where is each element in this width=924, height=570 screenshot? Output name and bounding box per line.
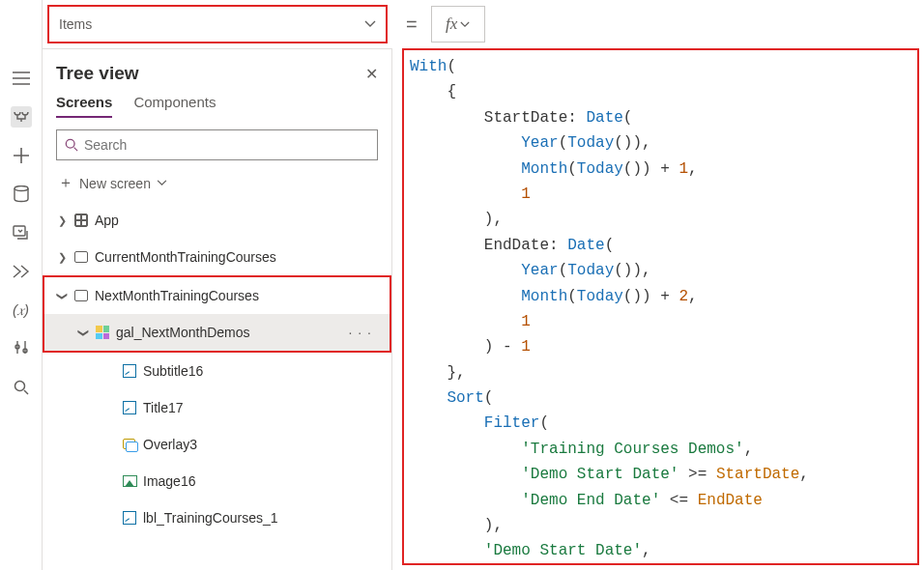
tree-view-icon[interactable]	[11, 106, 32, 128]
tree-node-label: Overlay3	[143, 437, 378, 452]
tree-column: Items Tree view ✕ Screens Components	[43, 0, 392, 570]
tree-node-label: Subtitle16	[143, 363, 378, 379]
formula-column: = fx With( { StartDate: Date( Year(Today…	[392, 0, 924, 570]
hamburger-icon[interactable]	[11, 68, 32, 89]
svg-point-2	[14, 382, 24, 391]
fx-button[interactable]: fx	[431, 6, 485, 43]
media-icon[interactable]	[11, 222, 32, 243]
property-dropdown[interactable]: Items	[47, 5, 388, 43]
highlight-box: ❯ NextMonthTrainingCourses ❯ gal_NextMon…	[43, 275, 391, 353]
tree-node-label: App	[95, 213, 378, 228]
image-icon	[122, 473, 137, 489]
tree-node-title17[interactable]: Title17	[43, 389, 391, 426]
search-rail-icon[interactable]	[11, 377, 32, 398]
tree-list: ❯ App ❯ CurrentMonthTrainingCourses ❯ Ne…	[43, 202, 391, 536]
equals-label: =	[392, 14, 431, 36]
plus-icon: ＋	[58, 173, 73, 193]
tree-node-label: CurrentMonthTrainingCourses	[95, 249, 378, 265]
formula-editor[interactable]: With( { StartDate: Date( Year(Today()), …	[402, 48, 919, 565]
app-icon	[73, 213, 89, 228]
chevron-right-icon: ❯	[56, 251, 68, 264]
svg-point-3	[66, 139, 74, 148]
tree-node-image16[interactable]: Image16	[43, 463, 391, 499]
tab-components[interactable]: Components	[133, 94, 216, 118]
insert-icon[interactable]	[11, 145, 32, 166]
chevron-down-icon: ❯	[77, 327, 90, 338]
screen-icon	[73, 249, 89, 265]
property-dropdown-label: Items	[59, 16, 92, 32]
advanced-tools-icon[interactable]	[11, 338, 32, 359]
more-icon[interactable]: · · ·	[345, 325, 376, 340]
close-icon[interactable]: ✕	[365, 65, 378, 83]
search-input[interactable]	[84, 137, 369, 153]
tree-node-overlay[interactable]: Overlay3	[43, 426, 391, 463]
left-rail: (𝑥)	[0, 0, 43, 570]
label-icon	[122, 363, 137, 379]
tree-node-label: NextMonthTrainingCourses	[95, 288, 376, 303]
screen-icon	[73, 288, 89, 303]
tree-node-app[interactable]: ❯ App	[43, 202, 391, 239]
tree-node-label: Image16	[143, 473, 378, 489]
label-icon	[122, 400, 137, 415]
tree-search[interactable]	[56, 129, 378, 160]
tree-node-label: lbl_TrainingCourses_1	[143, 510, 378, 526]
gallery-icon	[95, 325, 110, 340]
variables-icon[interactable]: (𝑥)	[11, 299, 32, 321]
chevron-down-icon	[157, 180, 167, 186]
new-screen-button[interactable]: ＋ New screen	[56, 170, 378, 196]
svg-point-0	[14, 186, 28, 191]
tree-node-gallery[interactable]: ❯ gal_NextMonthDemos · · ·	[44, 314, 390, 351]
tree-node-label: Title17	[143, 400, 378, 415]
tree-node-label: gal_NextMonthDemos	[116, 325, 345, 340]
tree-view-title: Tree view	[56, 63, 139, 84]
tree-node-subtitle[interactable]: Subtitle16	[43, 353, 391, 389]
power-automate-icon[interactable]	[11, 261, 32, 282]
tree-node-lbl-training[interactable]: lbl_TrainingCourses_1	[43, 499, 391, 536]
tree-node-current-month[interactable]: ❯ CurrentMonthTrainingCourses	[43, 239, 391, 275]
chevron-down-icon: ❯	[56, 290, 69, 301]
label-icon	[122, 510, 137, 526]
chevron-right-icon: ❯	[56, 214, 68, 227]
chevron-down-icon	[460, 21, 470, 28]
tab-screens[interactable]: Screens	[56, 94, 112, 118]
tree-node-next-month[interactable]: ❯ NextMonthTrainingCourses	[44, 277, 390, 314]
search-icon	[65, 138, 78, 152]
chevron-down-icon	[364, 20, 376, 28]
new-screen-label: New screen	[79, 176, 151, 191]
data-icon[interactable]	[11, 184, 32, 205]
fx-label: fx	[446, 14, 457, 34]
overlay-icon	[122, 437, 137, 452]
